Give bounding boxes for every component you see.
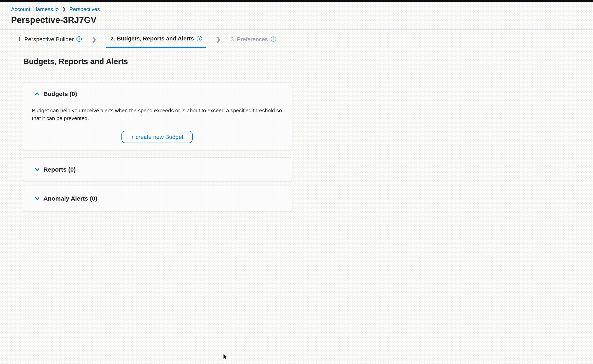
budgets-description: Budget can help you receive alerts when … — [32, 107, 282, 122]
tab-preferences[interactable]: 3. Preferences i — [230, 30, 276, 48]
chevron-right-icon: ❯ — [216, 30, 221, 48]
info-icon[interactable]: i — [197, 36, 202, 41]
chevron-down-icon — [35, 167, 40, 172]
mouse-cursor-icon — [223, 353, 228, 361]
reports-card[interactable]: Reports (0) — [23, 158, 292, 181]
budgets-card: Budgets (0) Budget can help you receive … — [23, 83, 292, 150]
budgets-card-title: Budgets (0) — [43, 91, 77, 97]
page-header: Account: Harness.io ❯ Perspectives Persp… — [0, 2, 593, 30]
breadcrumb: Account: Harness.io ❯ Perspectives — [11, 6, 593, 13]
chevron-down-icon — [35, 196, 40, 201]
main-content: Budgets, Reports and Alerts Budgets (0) … — [0, 48, 593, 211]
wizard-step-tabs: 1. Perspective Builder i ❯ 2. Budgets, R… — [0, 30, 593, 48]
section-heading: Budgets, Reports and Alerts — [23, 57, 593, 66]
window-top-strip — [0, 0, 593, 2]
reports-card-title: Reports (0) — [43, 166, 76, 173]
perspective-setup-page: Account: Harness.io ❯ Perspectives Persp… — [0, 0, 593, 364]
tab-budgets-reports-alerts[interactable]: 2. Budgets, Reports and Alerts i — [106, 30, 206, 48]
accordion-list: Budgets (0) Budget can help you receive … — [23, 83, 292, 211]
info-icon[interactable]: i — [76, 36, 82, 42]
tab-label: 2. Budgets, Reports and Alerts — [110, 35, 194, 42]
budgets-accordion-toggle[interactable]: Budgets (0) — [35, 91, 282, 97]
chevron-right-icon: ❯ — [92, 30, 96, 48]
create-new-budget-button[interactable]: + create new Budget — [121, 131, 193, 143]
tab-label: 1. Perspective Builder — [18, 36, 74, 42]
anomaly-alerts-card-title: Anomaly Alerts (0) — [43, 195, 97, 202]
chevron-up-icon — [35, 91, 40, 96]
tab-perspective-builder[interactable]: 1. Perspective Builder i — [18, 30, 82, 48]
breadcrumb-link-account[interactable]: Account: Harness.io — [11, 6, 59, 13]
info-icon[interactable]: i — [271, 36, 276, 42]
chevron-right-icon: ❯ — [62, 6, 66, 13]
anomaly-alerts-card[interactable]: Anomaly Alerts (0) — [23, 186, 292, 211]
page-title: Perspective-3RJ7GV — [11, 15, 593, 25]
tab-label: 3. Preferences — [230, 36, 268, 42]
breadcrumb-link-perspectives[interactable]: Perspectives — [69, 6, 100, 13]
